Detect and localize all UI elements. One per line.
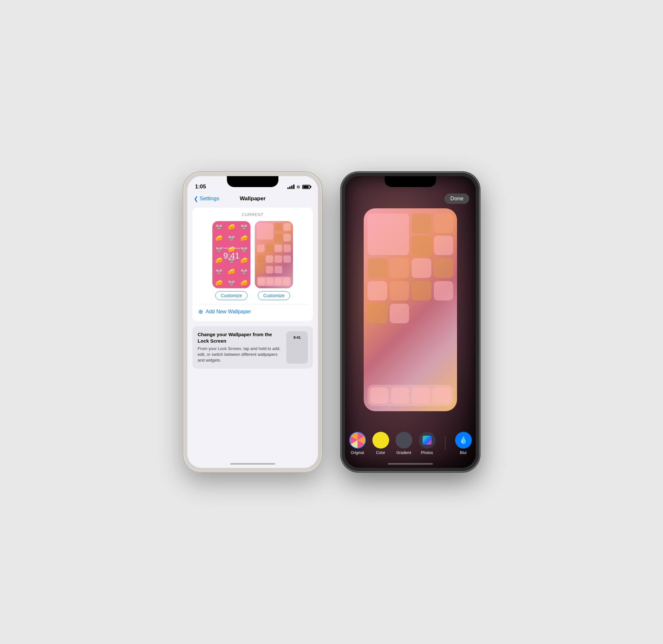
blur-label: Blur bbox=[460, 450, 467, 455]
app-row-4 bbox=[368, 304, 453, 323]
status-icons: ⊛ bbox=[288, 184, 310, 189]
editor-dock bbox=[368, 385, 453, 406]
plus-circle-icon: ⊕ bbox=[198, 308, 203, 315]
customize-home-button[interactable]: Customize bbox=[258, 291, 290, 300]
info-title: Change your Wallpaper from the Lock Scre… bbox=[198, 331, 282, 344]
settings-screen: 1:05 ⊛ ❮ Set bbox=[187, 176, 318, 468]
wallpaper-section: CURRENT 🐭 🧀 🐭 🧀 🐭 bbox=[192, 208, 313, 321]
back-button[interactable]: ❮ Settings bbox=[194, 196, 219, 202]
nav-bar: ❮ Settings Wallpaper bbox=[187, 193, 318, 204]
info-text: Change your Wallpaper from the Lock Scre… bbox=[198, 331, 282, 363]
color-label: Color bbox=[376, 450, 385, 455]
lock-screen-preview[interactable]: 🐭 🧀 🐭 🧀 🐭 🧀 🐭 🧀 🐭 🧀 bbox=[212, 221, 251, 300]
color-circle bbox=[372, 432, 389, 448]
editor-wallpaper-preview bbox=[364, 208, 457, 411]
info-section: Change your Wallpaper from the Lock Scre… bbox=[192, 326, 313, 369]
photos-icon bbox=[422, 436, 432, 445]
add-wallpaper-label[interactable]: Add New Wallpaper bbox=[206, 309, 251, 315]
mini-phone-preview: 9:41 bbox=[287, 331, 308, 363]
signal-icon bbox=[288, 184, 295, 189]
gradient-label: Gradient bbox=[396, 450, 411, 455]
customize-lock-button[interactable]: Customize bbox=[215, 291, 248, 300]
blur-circle: 💧 bbox=[455, 432, 472, 448]
current-label: CURRENT bbox=[197, 212, 308, 217]
chevron-left-icon: ❮ bbox=[194, 196, 198, 202]
editor-screen: Done bbox=[345, 176, 476, 468]
toolbar-option-color[interactable]: Color bbox=[372, 432, 389, 455]
toolbar-options: Original Color Gradient bbox=[349, 432, 472, 455]
app-grid-preview bbox=[257, 223, 291, 275]
lock-screen-thumbnail: 🐭 🧀 🐭 🧀 🐭 🧀 🐭 🧀 🐭 🧀 bbox=[212, 221, 251, 289]
app-row-2 bbox=[368, 258, 453, 278]
notch-2 bbox=[385, 176, 436, 187]
settings-content: CURRENT 🐭 🧀 🐭 🧀 🐭 bbox=[187, 204, 318, 372]
photos-label: Photos bbox=[421, 450, 433, 455]
home-indicator[interactable] bbox=[230, 463, 275, 465]
back-label[interactable]: Settings bbox=[200, 196, 219, 202]
phone-settings: 1:05 ⊛ ❮ Set bbox=[183, 172, 322, 472]
add-wallpaper-row[interactable]: ⊕ Add New Wallpaper bbox=[197, 304, 308, 316]
done-button[interactable]: Done bbox=[444, 194, 469, 204]
phone-editor: Done bbox=[341, 172, 480, 472]
toolbar-option-photos[interactable]: Photos bbox=[419, 432, 435, 455]
lock-date: Tuesday, January 9 bbox=[222, 247, 241, 251]
home-indicator-2[interactable] bbox=[388, 463, 433, 465]
gradient-circle bbox=[395, 432, 412, 448]
lock-time-overlay: Tuesday, January 9 9:41 bbox=[222, 247, 241, 260]
dock-preview bbox=[257, 276, 291, 286]
blur-icon: 💧 bbox=[459, 436, 467, 444]
battery-icon bbox=[302, 185, 310, 189]
notch bbox=[227, 176, 278, 187]
home-wallpaper-bg bbox=[255, 221, 293, 288]
page-title: Wallpaper bbox=[240, 196, 266, 202]
home-screen-preview[interactable]: Customize bbox=[255, 221, 293, 300]
editor-app-grid-outer bbox=[364, 208, 457, 411]
toolbar-divider bbox=[445, 436, 445, 450]
lock-time: 9:41 bbox=[222, 251, 241, 260]
toolbar-option-blur[interactable]: 💧 Blur bbox=[455, 432, 472, 455]
original-label: Original bbox=[351, 450, 364, 455]
editor-top-bar: Done bbox=[438, 176, 476, 204]
app-row-3 bbox=[368, 281, 453, 301]
toolbar-option-gradient[interactable]: Gradient bbox=[395, 432, 412, 455]
mini-phone-time: 9:41 bbox=[294, 335, 301, 339]
editor-toolbar: Original Color Gradient bbox=[345, 432, 476, 455]
info-description: From your Lock Screen, tap and hold to a… bbox=[198, 346, 282, 363]
status-time: 1:05 bbox=[195, 183, 206, 190]
original-circle bbox=[349, 432, 366, 448]
wifi-icon: ⊛ bbox=[296, 184, 300, 189]
home-screen-thumbnail bbox=[255, 221, 293, 289]
toolbar-option-original[interactable]: Original bbox=[349, 432, 366, 455]
wallpaper-previews: 🐭 🧀 🐭 🧀 🐭 🧀 🐭 🧀 🐭 🧀 bbox=[197, 221, 308, 300]
photos-circle bbox=[419, 432, 435, 448]
